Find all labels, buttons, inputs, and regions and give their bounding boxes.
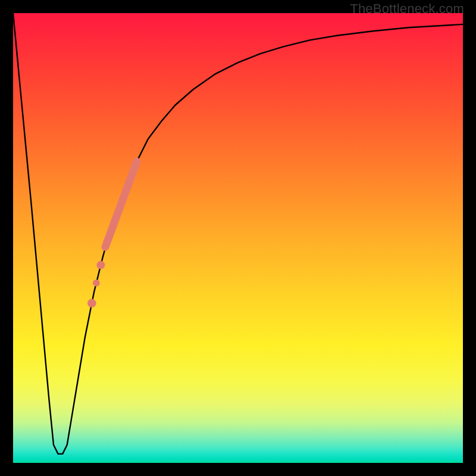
chart-container: TheBottleneck.com [0,0,476,476]
highlight-dot [87,299,96,308]
highlight-dots [87,261,105,308]
highlight-dot [96,261,105,269]
highlight-dot [93,280,100,287]
highlight-segment [105,161,137,247]
plot-area [13,13,463,463]
bottleneck-curve [13,13,463,454]
curve-svg [13,13,463,463]
watermark-text: TheBottleneck.com [350,1,464,17]
